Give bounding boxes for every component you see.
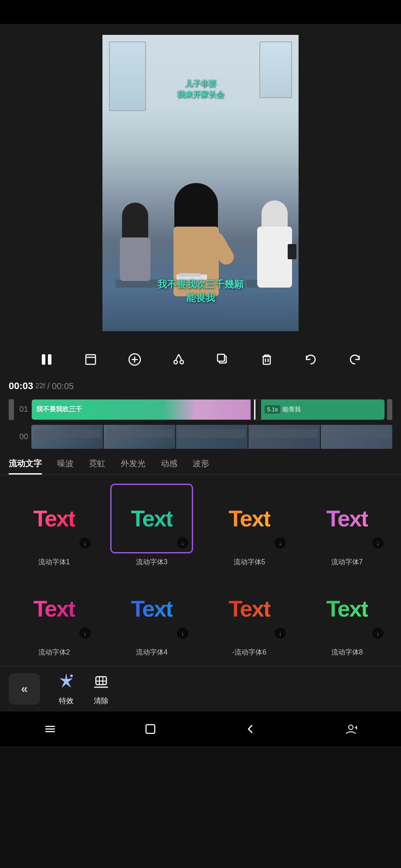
undo-button[interactable] [301,349,321,370]
subtitle-bottom: 我不畏我吹三千幾願 能畏我 [107,278,294,305]
effect-label-style4: 流动字体4 [136,648,168,657]
track-segment-left: 我不畏我吹三千 [32,400,251,420]
effect-label-style1: 流动字体1 [38,558,70,567]
category-tabs: 流动文字 噪波 霓虹 外发光 动感 波形 [0,444,401,475]
effect-label-style8: 流动字体8 [331,648,363,657]
effect-text-style5: Text [228,505,270,532]
tab-neon[interactable]: 霓虹 [89,458,105,475]
delete-button[interactable] [257,349,277,370]
effects-button[interactable]: 特效 [58,672,75,706]
tab-wave[interactable]: 波形 [193,458,209,475]
thumb-cell-3 [176,425,248,449]
effect-text-style8: Text [326,596,367,622]
add-button[interactable] [125,349,145,370]
download-icon-style4: ↓ [177,627,188,639]
effect-item-style2[interactable]: Text ↓ 流动字体2 [9,574,99,657]
current-time: 00:03 [9,380,33,392]
effect-text-style1: Text [33,505,75,532]
clear-button[interactable]: 清除 [92,672,110,706]
effect-item-style5[interactable]: Text ↓ 流动字体5 [204,484,295,567]
effect-text-style6: Text [228,596,270,622]
download-icon-style8: ↓ [372,627,384,639]
effect-text-style3: Text [131,505,172,532]
video-preview: 儿子非要 我来开家长会 我不畏我吹三千幾願 能畏我 [0,24,401,342]
subtitle-top: 儿子非要 我来开家长会 [177,78,224,100]
track-badge: 5.1s [265,405,281,414]
svg-rect-25 [146,725,155,733]
svg-rect-1 [48,354,51,365]
effect-thumb-style1: Text ↓ [13,484,95,553]
thumb-cell-1 [31,425,103,449]
download-icon-style1: ↓ [79,537,91,549]
track-handle-left[interactable] [9,399,14,420]
back-button[interactable]: « [9,673,40,705]
thumbnail-strip [31,425,392,449]
tab-dynamic[interactable]: 动感 [161,458,177,475]
svg-rect-13 [263,356,270,364]
track-text-left: 我不畏我吹三千 [36,405,82,414]
effect-label-style3: 流动字体3 [136,558,168,567]
svg-point-26 [349,725,353,729]
video-track-label: 00 [16,432,31,441]
track-segment-right: 5.1s 能畏我 [261,400,384,420]
text-track[interactable]: 我不畏我吹三千 5.1s 能畏我 [31,399,385,420]
duplicate-button[interactable] [213,349,233,370]
cut-button[interactable] [169,349,189,370]
effect-label-style6: -流动字体6 [232,648,266,657]
effect-thumb-style6: Text ↓ [208,574,291,644]
download-icon-style2: ↓ [79,627,91,639]
effect-label-style5: 流动字体5 [234,558,265,567]
effect-item-style4[interactable]: Text ↓ 流动字体4 [106,574,197,657]
tab-glow[interactable]: 外发光 [121,458,146,475]
timeline-time-display: 00:03 22f / 00:05 [9,377,392,395]
redo-button[interactable] [345,349,365,370]
download-icon-style3: ↓ [177,537,188,549]
svg-line-9 [176,354,179,360]
download-icon-style5: ↓ [275,537,286,549]
window-left [109,41,146,111]
thumb-cell-4 [248,425,320,449]
system-nav-bar [0,712,401,746]
effects-grid: Text ↓ 流动字体1 Text ↓ 流动字体3 Text ↓ 流动字体5 T… [0,475,401,666]
effect-thumb-style8: Text ↓ [306,574,388,644]
home-nav-button[interactable] [137,716,163,742]
svg-point-16 [70,675,73,677]
clear-label: 清除 [94,696,109,706]
profile-nav-button[interactable] [338,716,364,742]
effect-thumb-style7: Text ↓ [306,484,388,553]
effect-item-style7[interactable]: Text ↓ 流动字体7 [302,484,392,567]
effect-item-style8[interactable]: Text ↓ 流动字体8 [302,574,392,657]
svg-rect-12 [217,354,224,361]
effect-thumb-style3: Text ↓ [110,484,193,553]
window-right [259,41,292,98]
effect-item-style6[interactable]: Text ↓ -流动字体6 [204,574,295,657]
crop-button[interactable] [81,349,101,370]
effects-label: 特效 [59,696,74,706]
effect-text-style7: Text [326,505,367,532]
track-label-01: 01 [16,405,31,414]
effect-item-style1[interactable]: Text ↓ 流动字体1 [9,484,99,567]
playhead [254,399,255,420]
bottom-actions: « 特效 清除 [0,666,401,712]
separator: / [48,381,50,391]
effects-icon [58,672,75,694]
pause-button[interactable] [37,349,57,370]
svg-rect-0 [42,354,45,365]
effect-thumb-style4: Text ↓ [110,574,193,644]
download-icon-style7: ↓ [372,537,384,549]
clear-icon [92,672,110,694]
top-status-bar [0,0,401,24]
svg-rect-2 [86,355,95,364]
effect-thumb-style5: Text ↓ [208,484,291,553]
effect-item-style3[interactable]: Text ↓ 流动字体3 [106,484,197,567]
thumb-cell-2 [104,425,175,449]
track-text-right: 能畏我 [282,406,301,414]
frame-count: 22f [35,382,45,390]
track-handle-right[interactable] [387,399,392,420]
effect-label-style2: 流动字体2 [38,648,70,657]
back-nav-button[interactable] [238,716,264,742]
menu-nav-button[interactable] [37,716,63,742]
thumb-cell-5 [321,425,392,449]
tab-flowing-text[interactable]: 流动文字 [9,458,42,475]
tab-noise[interactable]: 噪波 [57,458,74,475]
